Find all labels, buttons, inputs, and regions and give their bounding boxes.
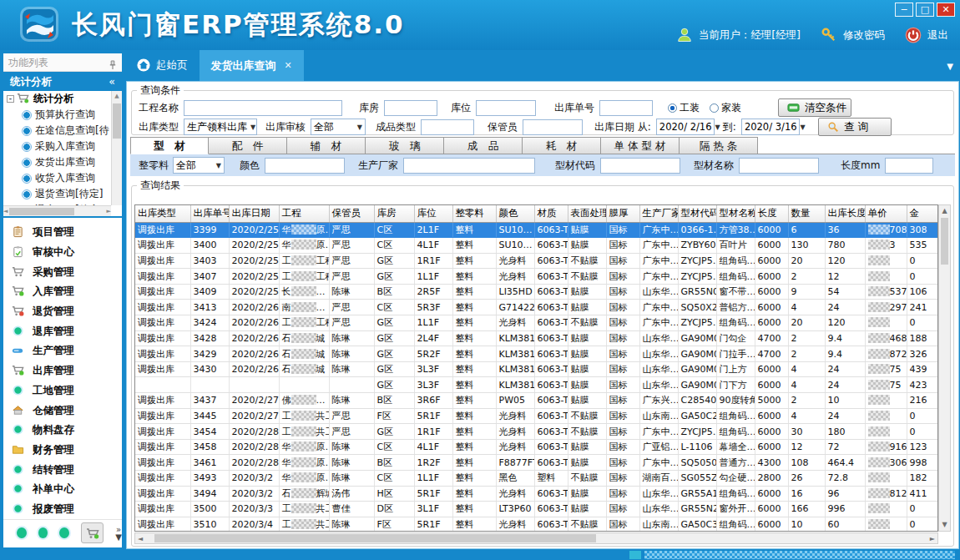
footer-dot-icon[interactable] <box>59 527 69 538</box>
table-row[interactable]: 调拨出库34932020/3/2华原…陈琳C区1L1F整料黑色塑料不贴膜国标湖南… <box>135 471 938 487</box>
scroll-right-icon[interactable]: ► <box>107 206 111 217</box>
sidebar-item-审核中心[interactable]: 审核中心 <box>3 243 122 263</box>
table-row[interactable]: 调拨出库34092020/2/25长…陈琳B区2R5F整料LI35HD6063-… <box>135 284 938 300</box>
footer-dot-icon[interactable] <box>38 527 48 538</box>
whole-part-select[interactable]: 全部▼ <box>173 157 225 174</box>
column-header[interactable]: 出库单号 <box>190 205 229 222</box>
sidebar-item-物料盘存[interactable]: 物料盘存 <box>3 421 122 441</box>
column-header[interactable]: 长度 <box>755 205 788 222</box>
tree-horizontal-scrollbar[interactable]: ◄ ► <box>3 205 111 216</box>
color-input[interactable] <box>265 158 345 174</box>
column-header[interactable]: 库位 <box>414 205 452 222</box>
tree-item[interactable]: 在途信息查询[待 <box>3 123 111 139</box>
table-row[interactable]: 调拨出库34292020/2/26石城陈琳G区5R2F整料KLM38176063… <box>135 346 938 362</box>
column-header[interactable]: 颜色 <box>496 205 534 222</box>
date-from-picker[interactable]: 2020/ 2/16▼ <box>656 119 715 135</box>
sidebar-item-工地管理[interactable]: 工地管理 <box>3 381 122 401</box>
scroll-down-icon[interactable]: ▼ <box>939 519 950 530</box>
scroll-up-icon[interactable]: ▲ <box>939 205 950 216</box>
material-tab-6[interactable]: 耗 材 <box>523 137 601 154</box>
column-header[interactable]: 表面处理 <box>568 205 606 222</box>
profile-code-input[interactable] <box>600 158 680 174</box>
close-button[interactable]: ✕ <box>937 3 955 17</box>
table-row[interactable]: G区3L3F整料KLM38176063-T5贴膜国标山东华…GA90M09…门下… <box>135 377 938 393</box>
table-row[interactable]: 调拨出库34612020/2/28华原…陈琳B区1R2F整料F8877FT606… <box>135 455 938 471</box>
tree-hscroll-thumb[interactable] <box>9 208 73 215</box>
column-header[interactable]: 膜厚 <box>606 205 639 222</box>
footer-cart-button[interactable] <box>81 522 104 543</box>
table-row[interactable]: 调拨出库34372020/2/27佛…陈琳B区3R6F整料PW056063-T5… <box>135 393 938 409</box>
sidebar-item-仓储管理[interactable]: 仓储管理 <box>3 401 122 421</box>
profile-name-input[interactable] <box>739 158 819 174</box>
material-tab-5[interactable]: 成 品 <box>444 137 523 154</box>
grid-vscroll-thumb[interactable] <box>941 218 948 265</box>
table-row[interactable]: 调拨出库34542020/2/28工共工程严思G区1R1F整料光身料6063-T… <box>135 424 938 440</box>
tree-root[interactable]: - 统计分析 <box>3 91 111 107</box>
tab-shipment-query[interactable]: 发货出库查询 ✕ <box>200 50 304 81</box>
sidebar-item-退货管理[interactable]: 退货管理 <box>3 302 122 322</box>
sidebar-item-退库管理[interactable]: 退库管理 <box>3 321 122 341</box>
column-header[interactable]: 型材代码 <box>678 205 716 222</box>
column-header[interactable]: 出库日期 <box>229 205 279 222</box>
audit-select[interactable]: 全部▼ <box>311 119 366 135</box>
grid-vertical-scrollbar[interactable]: ▲ ▼ <box>938 204 951 532</box>
tree-item[interactable]: 采购入库查询 <box>3 139 111 154</box>
sidebar-item-报废管理[interactable]: 报废管理 <box>3 500 122 520</box>
sidebar-item-结转管理[interactable]: 结转管理 <box>3 460 122 480</box>
minimize-button[interactable]: ─ <box>895 3 913 17</box>
tree-vertical-scrollbar[interactable]: ▲ <box>111 91 122 205</box>
table-row[interactable]: 调拨出库34302020/2/26石城陈琳G区3L3F整料KLM38176063… <box>135 361 938 377</box>
footer-more-button[interactable]: »▼ <box>115 526 122 541</box>
tree-item[interactable]: 退货查询[待定] <box>3 186 111 202</box>
column-header[interactable]: 库房 <box>374 205 414 222</box>
query-button[interactable]: 查 询 <box>818 118 892 136</box>
table-row[interactable]: 调拨出库34282020/2/26石城陈琳G区2L4F整料KLM38176063… <box>135 330 938 346</box>
sidebar-item-财务管理[interactable]: 财务管理 <box>3 441 122 461</box>
column-header[interactable]: 工程 <box>279 205 329 222</box>
material-tab-4[interactable]: 玻 璃 <box>366 137 444 154</box>
sidebar-item-项目管理[interactable]: 项目管理 <box>3 223 122 243</box>
product-type-input[interactable] <box>421 119 474 135</box>
sidebar-item-生产管理[interactable]: 生产管理 <box>3 341 122 361</box>
column-header[interactable]: 单价 <box>865 205 907 222</box>
maker-input[interactable] <box>403 158 535 174</box>
table-row[interactable]: 调拨出库35002020/3/3工共工程曹佳D区3L1F整料LT3P606063… <box>135 502 938 517</box>
grid-hscroll-thumb[interactable] <box>154 534 596 542</box>
sidebar-item-入库管理[interactable]: 入库管理 <box>3 282 122 302</box>
material-tab-7[interactable]: 单 体 型 材 <box>601 137 680 154</box>
scroll-left-icon[interactable]: ◄ <box>138 533 143 544</box>
table-row[interactable]: 调拨出库34452020/2/27工共工程严思F区5R1F整料光身料6063-T… <box>135 408 938 424</box>
table-row[interactable]: 调拨出库34582020/2/28华原…陈琳C区4L1F整料光身料6063-T5… <box>135 439 938 455</box>
tree-item[interactable]: 发货出库查询 <box>3 154 111 170</box>
table-row[interactable]: 调拨出库34002020/2/25华原…严思C区4L1F整料SU10…6063-… <box>135 238 938 254</box>
sidebar-item-补单中心[interactable]: 补单中心 <box>3 480 122 500</box>
location-input[interactable] <box>476 100 536 116</box>
material-tab-8[interactable]: 隔 热 条 <box>680 137 758 154</box>
table-row[interactable]: 调拨出库34132020/2/26南…严思C区5R3F整料G714226063-… <box>135 300 938 315</box>
material-tab-1[interactable]: 型 材 <box>130 137 209 154</box>
sidebar-item-出库管理[interactable]: 出库管理 <box>3 361 122 381</box>
logout-link[interactable]: 退出 <box>927 28 948 43</box>
table-row[interactable]: 调拨出库33992020/2/25华原…严思C区2L1F整料SU10…6063-… <box>135 222 938 238</box>
tree-vscroll-thumb[interactable] <box>113 103 121 139</box>
tree-item[interactable]: 预算执行查询 <box>3 107 111 123</box>
table-row[interactable]: 调拨出库34032020/2/25工工程严思G区1R1F整料光身料6063-T5… <box>135 253 938 269</box>
material-tab-3[interactable]: 辅 材 <box>287 137 366 154</box>
expander-icon[interactable]: - <box>7 95 14 103</box>
column-header[interactable]: 出库长度 <box>825 205 865 222</box>
sidebar-item-采购管理[interactable]: 采购管理 <box>3 262 122 282</box>
pin-icon[interactable] <box>109 58 117 68</box>
keeper-input[interactable] <box>523 119 583 135</box>
column-header[interactable]: 出库类型 <box>135 205 190 222</box>
column-header[interactable]: 数量 <box>788 205 825 222</box>
scroll-right-icon[interactable]: ► <box>930 533 935 544</box>
maximize-button[interactable]: □ <box>916 3 934 17</box>
warehouse-input[interactable] <box>384 100 437 116</box>
column-header[interactable]: 材质 <box>534 205 568 222</box>
section-header[interactable]: 统计分析 « <box>3 72 122 91</box>
tree-item[interactable]: 收货入库查询 <box>3 170 111 186</box>
order-no-input[interactable] <box>599 100 653 116</box>
grid-horizontal-scrollbar[interactable]: ◄ ► <box>134 532 938 544</box>
table-row[interactable]: 调拨出库34942020/3/2石辉城汤伟H区5R1F整料光身料6063-T5贴… <box>135 486 938 502</box>
clear-conditions-button[interactable]: 清空条件 <box>778 98 851 117</box>
